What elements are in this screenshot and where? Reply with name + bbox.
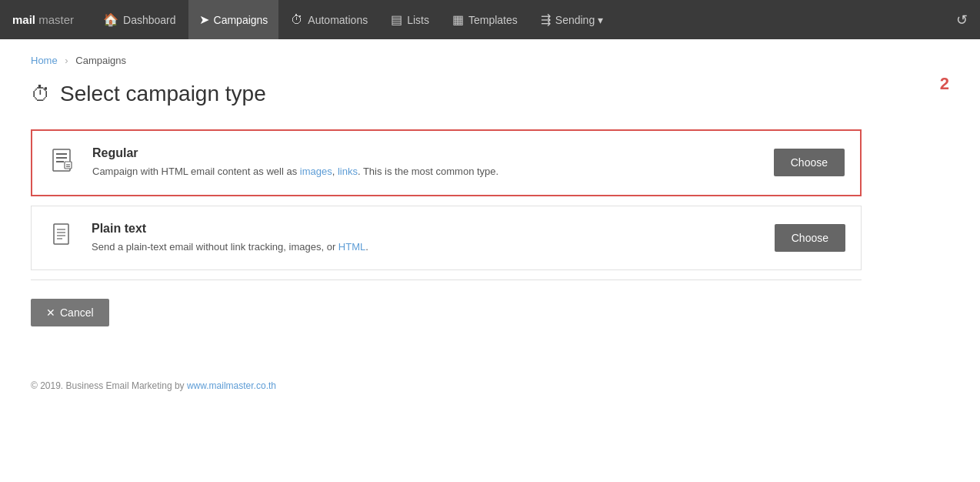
plain-text-campaign-icon xyxy=(47,223,78,253)
step-number: 2 xyxy=(940,74,949,94)
breadcrumb-separator: › xyxy=(65,55,68,66)
regular-option-desc: Campaign with HTML email content as well… xyxy=(92,164,760,179)
campaigns-icon: ➤ xyxy=(199,12,209,27)
nav-history-icon[interactable]: ↺ xyxy=(956,12,968,28)
nav-item-templates[interactable]: ▦ Templates xyxy=(442,0,528,39)
page-title-section: ⏱ Select campaign type xyxy=(31,82,949,106)
plain-text-option-desc: Send a plain-text email without link tra… xyxy=(92,239,761,255)
option-regular: Regular Campaign with HTML email content… xyxy=(31,129,862,196)
options-container: Regular Campaign with HTML email content… xyxy=(31,129,862,326)
nav-item-dashboard[interactable]: 🏠 Dashboard xyxy=(92,0,187,39)
plain-text-desc-html-link: HTML xyxy=(338,241,365,253)
regular-option-title: Regular xyxy=(92,146,760,160)
svg-rect-3 xyxy=(56,161,64,162)
sending-icon: ⇶ xyxy=(541,12,551,27)
nav-items: 🏠 Dashboard ➤ Campaigns ⏱ Automations ▤ … xyxy=(92,0,956,39)
regular-desc-links-link: links xyxy=(338,166,358,177)
plain-text-choose-button[interactable]: Choose xyxy=(775,224,845,252)
footer-link[interactable]: www.mailmaster.co.th xyxy=(187,380,276,391)
main-nav: mail master 🏠 Dashboard ➤ Campaigns ⏱ Au… xyxy=(0,0,980,39)
breadcrumb-current: Campaigns xyxy=(75,55,126,66)
regular-campaign-icon xyxy=(48,148,78,178)
page-title: Select campaign type xyxy=(60,82,266,106)
regular-option-text: Regular Campaign with HTML email content… xyxy=(92,146,760,179)
logo: mail master xyxy=(12,13,74,26)
page-title-icon: ⏱ xyxy=(31,82,51,106)
nav-item-automations[interactable]: ⏱ Automations xyxy=(280,0,378,39)
regular-desc-images-link: images xyxy=(300,166,332,177)
nav-item-lists[interactable]: ▤ Lists xyxy=(380,0,440,39)
footer: © 2019. Business Email Marketing by www.… xyxy=(0,357,980,407)
home-icon: 🏠 xyxy=(103,12,118,27)
plain-text-option-text: Plain text Send a plain-text email witho… xyxy=(92,222,761,255)
lists-icon: ▤ xyxy=(391,12,402,27)
breadcrumb: Home › Campaigns xyxy=(0,39,980,74)
breadcrumb-home[interactable]: Home xyxy=(31,55,58,66)
regular-choose-button[interactable]: Choose xyxy=(774,149,845,176)
automations-icon: ⏱ xyxy=(291,13,303,27)
cancel-button[interactable]: ✕ Cancel xyxy=(31,299,109,326)
svg-rect-2 xyxy=(56,157,67,159)
templates-icon: ▦ xyxy=(452,12,464,27)
nav-item-sending[interactable]: ⇶ Sending ▾ xyxy=(530,0,614,39)
cancel-icon: ✕ xyxy=(46,306,55,319)
option-plain-text: Plain text Send a plain-text email witho… xyxy=(31,206,862,271)
nav-item-campaigns[interactable]: ➤ Campaigns xyxy=(188,0,279,39)
main-content: ⏱ Select campaign type 2 Regular xyxy=(0,74,980,357)
svg-rect-7 xyxy=(54,224,68,244)
options-divider xyxy=(31,279,862,280)
plain-text-option-title: Plain text xyxy=(92,222,761,236)
svg-rect-1 xyxy=(56,153,67,155)
